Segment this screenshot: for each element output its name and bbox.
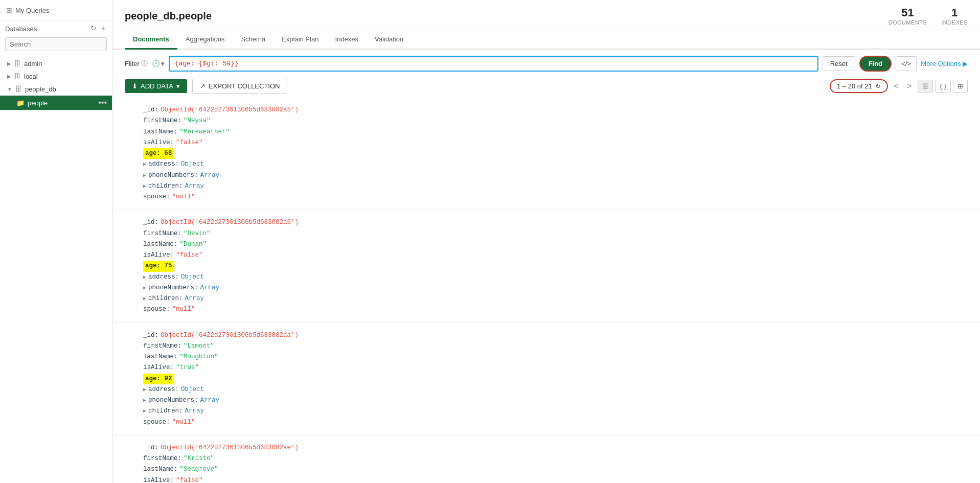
chevron-right-icon: ▶: [143, 385, 146, 394]
expand-address[interactable]: ▶ address: Object: [143, 272, 968, 283]
expand-address[interactable]: ▶ address: Object: [143, 159, 968, 170]
my-queries-button[interactable]: ⊞ My Queries: [5, 4, 107, 16]
expand-address[interactable]: ▶ address: Object: [143, 384, 968, 395]
chevron-down-icon: ▼: [7, 86, 12, 92]
value-isalive: "true": [176, 362, 199, 373]
field-spouse: spouse:: [143, 304, 170, 315]
json-view-button[interactable]: { }: [935, 80, 951, 93]
value-id: ObjectId('6422d27361306b5d683082aa'): [161, 330, 299, 341]
refresh-databases-icon[interactable]: ↻: [90, 24, 97, 33]
filter-input[interactable]: [169, 56, 818, 72]
field-id: _id:: [143, 217, 158, 228]
action-left: ⬇ ADD DATA ▾ ↗ EXPORT COLLECTION: [125, 79, 287, 94]
field-firstname: firstName:: [143, 228, 181, 239]
field-spouse: spouse:: [143, 417, 170, 428]
clock-icon: 🕐: [152, 60, 160, 67]
next-page-button[interactable]: >: [905, 82, 914, 91]
tab-schema[interactable]: Schema: [233, 30, 274, 50]
indexes-label: INDEXES: [941, 19, 968, 26]
documents-stat: 51 DOCUMENTS: [888, 6, 927, 26]
filter-history[interactable]: 🕐 ▾: [152, 60, 165, 67]
field-isalive: isAlive:: [143, 475, 174, 484]
documents-label: DOCUMENTS: [888, 19, 927, 26]
db-name-people-db: people_db: [25, 85, 56, 93]
value-lastname: "Mereweather": [180, 127, 230, 137]
collection-icon: 📁: [16, 99, 25, 107]
documents-count: 51: [888, 6, 927, 19]
tab-indexes[interactable]: Indexes: [327, 30, 367, 50]
sidebar-item-people-db[interactable]: ▼ 🗄 people_db: [0, 83, 112, 96]
value-age-highlight: age: 68: [143, 148, 174, 159]
sidebar-top: ⊞ My Queries: [0, 0, 112, 21]
value-spouse: "null": [172, 192, 195, 202]
expand-phone[interactable]: ▶ phoneNumbers: Array: [143, 395, 968, 406]
value-firstname: "Neysa": [184, 116, 211, 126]
field-isalive: isAlive:: [143, 137, 174, 148]
filter-toolbar: Filter ⓘ 🕐 ▾ Reset Find </> More Options…: [112, 50, 980, 76]
list-view-button[interactable]: ☰: [918, 80, 933, 93]
tab-documents[interactable]: Documents: [125, 30, 177, 50]
expand-children[interactable]: ▶ children: Array: [143, 181, 968, 192]
documents-area: _id: ObjectId('6422d27361306b5d683082a5'…: [112, 98, 980, 483]
chevron-right-icon: ▶: [143, 284, 146, 292]
tabs-bar: Documents Aggregations Schema Explain Pl…: [112, 30, 980, 50]
table-view-button[interactable]: ⊞: [953, 80, 968, 93]
chevron-right-icon: ▶: [143, 182, 146, 191]
add-database-icon[interactable]: ＋: [100, 24, 107, 33]
search-input[interactable]: [5, 37, 107, 51]
sidebar-item-local[interactable]: ▶ 🗄 local: [0, 70, 112, 83]
prev-page-button[interactable]: <: [892, 82, 901, 91]
tab-validation[interactable]: Validation: [367, 30, 412, 50]
field-lastname: lastName:: [143, 352, 178, 362]
indexes-stat: 1 INDEXES: [941, 6, 968, 26]
toggle-code-button[interactable]: </>: [896, 56, 917, 71]
value-age-highlight: age: 92: [143, 374, 174, 384]
pagination-text: 1 – 20 of 21: [837, 82, 872, 90]
more-options-link[interactable]: More Options ▶: [921, 60, 968, 67]
filter-label: Filter ⓘ: [125, 59, 148, 68]
chevron-right-icon: ▶: [143, 160, 146, 169]
chevron-right-icon: ▶: [7, 61, 11, 66]
field-spouse: spouse:: [143, 192, 170, 202]
header-stats: 51 DOCUMENTS 1 INDEXES: [888, 6, 968, 26]
pagination-info: 1 – 20 of 21 ↻: [830, 79, 888, 93]
db-name-local: local: [24, 73, 38, 80]
expand-phone[interactable]: ▶ phoneNumbers: Array: [143, 283, 968, 293]
find-button[interactable]: Find: [859, 56, 892, 72]
value-age-highlight: age: 75: [143, 261, 174, 271]
expand-phone[interactable]: ▶ phoneNumbers: Array: [143, 170, 968, 181]
dropdown-arrow: ▾: [161, 60, 165, 67]
add-data-button[interactable]: ⬇ ADD DATA ▾: [125, 79, 187, 93]
sidebar-item-admin[interactable]: ▶ 🗄 admin: [0, 57, 112, 70]
value-firstname: "Devin": [184, 228, 211, 239]
action-bar: ⬇ ADD DATA ▾ ↗ EXPORT COLLECTION 1 – 20 …: [112, 76, 980, 98]
value-firstname: "Kristo": [184, 453, 214, 464]
sidebar-item-people-collection[interactable]: 📁 people •••: [0, 96, 112, 110]
chevron-right-icon: ▶: [143, 396, 146, 405]
expand-children[interactable]: ▶ children: Array: [143, 293, 968, 304]
expand-children[interactable]: ▶ children: Array: [143, 406, 968, 417]
table-row: _id: ObjectId('6422d27361306b5d683082ae'…: [112, 435, 980, 483]
value-lastname: "Seagrove": [180, 464, 218, 475]
action-right: 1 – 20 of 21 ↻ < > ☰ { } ⊞: [830, 79, 968, 93]
export-collection-button[interactable]: ↗ EXPORT COLLECTION: [192, 79, 288, 94]
download-icon: ⬇: [132, 82, 138, 90]
field-firstname: firstName:: [143, 341, 181, 352]
chevron-right-icon: ▶: [7, 74, 11, 79]
search-box: [5, 37, 107, 51]
indexes-count: 1: [941, 6, 968, 19]
database-icon: 🗄: [15, 85, 22, 93]
reset-button[interactable]: Reset: [823, 56, 855, 71]
collection-name-people: people: [28, 99, 48, 107]
value-spouse: "null": [172, 304, 195, 315]
my-queries-label: My Queries: [15, 7, 49, 14]
main-header: people_db.people 51 DOCUMENTS 1 INDEXES: [112, 0, 980, 30]
databases-row: Databases ↻ ＋: [0, 21, 112, 35]
tab-explain-plan[interactable]: Explain Plan: [274, 30, 327, 50]
refresh-icon[interactable]: ↻: [875, 82, 881, 90]
add-data-dropdown-icon: ▾: [176, 82, 180, 90]
filter-text: Filter: [125, 60, 140, 67]
field-firstname: firstName:: [143, 116, 181, 126]
tab-aggregations[interactable]: Aggregations: [177, 30, 233, 50]
more-options-icon[interactable]: •••: [98, 98, 107, 107]
